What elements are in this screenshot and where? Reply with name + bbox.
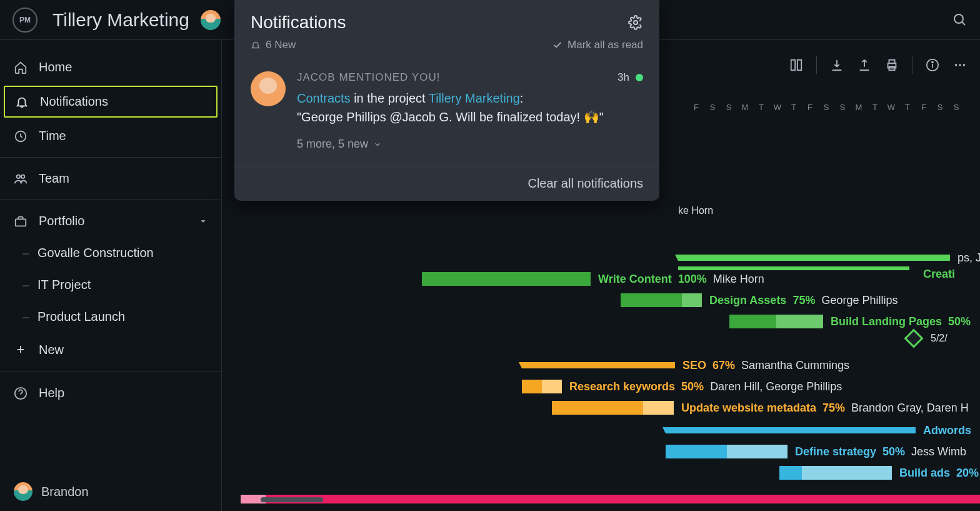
- day-label: F: [688, 103, 704, 112]
- day-label: W: [883, 103, 899, 112]
- new-count: 6 New: [266, 39, 296, 51]
- notifications-popup: Notifications 6 New Mark all as read JAC…: [234, 0, 659, 201]
- sidebar-item-time[interactable]: Time: [0, 120, 221, 152]
- summary-bar[interactable]: [666, 427, 916, 433]
- mark-all-read-button[interactable]: Mark all as read: [552, 39, 643, 51]
- task-label: Creati: [923, 268, 955, 281]
- summary-progress-bar: [241, 495, 980, 503]
- notification-heading: JACOB MENTIONED YOU!: [297, 71, 440, 83]
- portfolio-child[interactable]: Govalle Construction: [0, 237, 221, 269]
- search-icon[interactable]: [952, 13, 968, 28]
- portfolio-child[interactable]: Product Launch: [0, 301, 221, 333]
- task-label: SEO67%Samantha Cummings: [682, 359, 849, 372]
- task-label: Write Content100%Mike Horn: [598, 273, 764, 286]
- notification-avatar: [251, 71, 286, 106]
- day-label: S: [932, 103, 948, 112]
- info-icon[interactable]: [925, 58, 940, 73]
- svg-rect-8: [798, 60, 801, 71]
- sidebar-item-label: Help: [39, 386, 64, 400]
- summary-bar[interactable]: [522, 362, 675, 368]
- project-title: Tillery Marketing: [52, 9, 189, 31]
- svg-point-0: [954, 14, 963, 23]
- day-label: S: [818, 103, 834, 112]
- more-icon[interactable]: [952, 58, 968, 73]
- task-assignee: ke Horn: [678, 205, 713, 216]
- project-avatar[interactable]: [201, 10, 221, 30]
- sidebar-help[interactable]: Help: [0, 377, 221, 409]
- sidebar: Home Notifications Time Team Portfolio G…: [0, 40, 222, 511]
- svg-rect-10: [889, 60, 894, 64]
- task-label: ps, Jennifer Lennon, Jess Wimber...: [958, 251, 980, 265]
- svg-line-1: [962, 22, 965, 25]
- task-label: Define strategy50%Jess Wimb: [795, 445, 966, 458]
- day-label: T: [753, 103, 769, 112]
- day-label: T: [786, 103, 802, 112]
- bell-icon: [15, 95, 29, 109]
- day-label: T: [867, 103, 883, 112]
- task-bar[interactable]: [666, 445, 788, 458]
- grid-icon[interactable]: [789, 58, 804, 73]
- task-label: Research keywords50%Daren Hill, George P…: [569, 380, 842, 393]
- task-bar[interactable]: [779, 466, 892, 480]
- notification-link[interactable]: Tillery Marketing: [429, 91, 520, 105]
- notification-body[interactable]: Contracts in the project Tillery Marketi…: [297, 89, 643, 126]
- svg-point-15: [955, 64, 958, 66]
- day-label: S: [834, 103, 851, 112]
- user-avatar: [14, 482, 32, 501]
- sidebar-item-label: Home: [39, 60, 72, 74]
- sidebar-item-label: New: [39, 343, 64, 357]
- chevron-down-icon: [199, 217, 208, 226]
- plus-icon: +: [14, 342, 28, 358]
- check-icon: [552, 40, 562, 50]
- home-icon: [14, 61, 28, 74]
- notification-more-toggle[interactable]: 5 more, 5 new: [297, 138, 643, 151]
- briefcase-icon: [14, 215, 28, 228]
- gear-icon[interactable]: [628, 15, 643, 30]
- team-icon: [14, 172, 28, 186]
- horizontal-scrollbar[interactable]: [261, 497, 323, 502]
- chevron-down-icon: [373, 140, 382, 149]
- sidebar-item-label: Portfolio: [39, 214, 84, 228]
- day-label: M: [737, 103, 753, 112]
- day-label: S: [948, 103, 964, 112]
- svg-point-14: [932, 62, 933, 63]
- clock-icon: [14, 129, 28, 143]
- clear-all-button[interactable]: Clear all notifications: [234, 166, 659, 201]
- milestone-date: 5/2/: [931, 333, 948, 344]
- task-label: Build ads20%: [899, 467, 979, 480]
- day-label: S: [704, 103, 721, 112]
- day-label: T: [899, 103, 916, 112]
- day-label: F: [916, 103, 932, 112]
- task-bar[interactable]: [621, 293, 702, 307]
- bell-small-icon: [251, 40, 261, 50]
- print-icon[interactable]: [884, 58, 899, 73]
- import-icon[interactable]: [829, 58, 844, 73]
- task-bar[interactable]: [729, 315, 823, 328]
- task-label: Design Assets75%George Phillips: [709, 294, 898, 307]
- task-bar[interactable]: [522, 380, 562, 393]
- export-icon[interactable]: [857, 58, 872, 73]
- sidebar-item-home[interactable]: Home: [0, 51, 221, 83]
- svg-point-3: [17, 175, 20, 178]
- portfolio-child[interactable]: IT Project: [0, 269, 221, 301]
- task-label: Adwords: [923, 424, 971, 437]
- user-name: Brandon: [41, 485, 89, 499]
- app-logo[interactable]: PM: [12, 8, 38, 33]
- sidebar-item-portfolio[interactable]: Portfolio: [0, 205, 221, 237]
- task-bar[interactable]: [422, 272, 591, 286]
- popup-title: Notifications: [251, 13, 346, 33]
- sidebar-user[interactable]: Brandon: [0, 472, 221, 511]
- sidebar-item-notifications[interactable]: Notifications: [4, 86, 218, 118]
- svg-point-4: [21, 175, 24, 178]
- svg-point-16: [959, 64, 961, 66]
- task-bar[interactable]: [552, 401, 674, 415]
- notification-time: 3h: [618, 71, 629, 84]
- day-label: S: [721, 103, 737, 112]
- day-label: W: [769, 103, 786, 112]
- svg-point-18: [634, 21, 638, 24]
- task-label: Build Landing Pages50%: [831, 315, 971, 328]
- sidebar-item-team[interactable]: Team: [0, 163, 221, 195]
- summary-bar[interactable]: [678, 255, 950, 261]
- notification-link[interactable]: Contracts: [297, 91, 351, 105]
- sidebar-new[interactable]: + New: [0, 333, 221, 367]
